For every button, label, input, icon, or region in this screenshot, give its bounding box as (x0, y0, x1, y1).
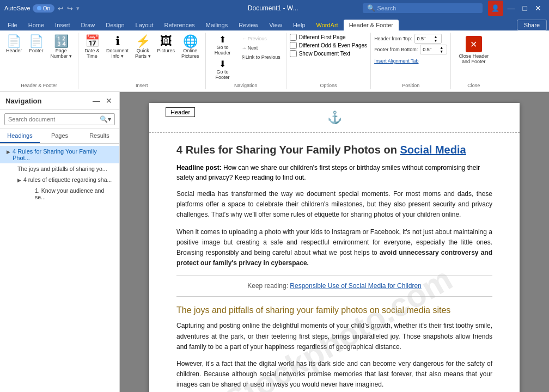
close-header-footer-button[interactable]: ✕ Close Headerand Footer (454, 34, 493, 66)
tab-help[interactable]: Help (288, 20, 311, 30)
footer-label: Footer (29, 48, 44, 53)
ribbon-group-options: Different First Page Different Odd & Eve… (286, 33, 371, 89)
date-time-button[interactable]: 📅 Date &Time (82, 34, 102, 60)
tab-review[interactable]: Review (233, 20, 264, 30)
close-button[interactable]: ✕ (532, 4, 545, 13)
diff-odd-even-label: Different Odd & Even Pages (299, 42, 367, 48)
autosave-toggle[interactable]: On (33, 4, 54, 13)
keep-reading-prefix: Keep reading: (247, 282, 290, 290)
nav-collapse-button[interactable]: — (91, 96, 102, 105)
undo-icon[interactable]: ↩ (58, 4, 64, 13)
doc-info-button[interactable]: ℹ DocumentInfo ▾ (103, 34, 131, 60)
autosave-label: AutoSave (4, 5, 30, 11)
options-checkboxes: Different First Page Different Odd & Eve… (290, 34, 367, 57)
online-pictures-button[interactable]: 🌐 OnlinePictures (179, 34, 202, 60)
diff-first-page-checkbox[interactable] (290, 34, 297, 41)
diff-first-page-option[interactable]: Different First Page (290, 34, 367, 41)
diff-odd-even-checkbox[interactable] (290, 42, 297, 49)
nav-tree-item-1[interactable]: The joys and pitfalls of sharing yo... (11, 163, 119, 174)
doc-divider-2 (176, 296, 492, 297)
ribbon-tabs: File Home Insert Draw Design Layout Refe… (0, 16, 549, 30)
headline-text: How can we share our children's first st… (176, 164, 480, 181)
tab-view[interactable]: View (264, 20, 288, 30)
insert-alignment-tab-link[interactable]: Insert Alignment Tab (374, 58, 418, 64)
title-search-box[interactable]: 🔍 (363, 3, 483, 13)
document-area[interactable]: iStockphoto.com Header ⚓ 4 Rules for Sha… (120, 92, 549, 392)
nav-close-button[interactable]: ✕ (104, 96, 114, 105)
tab-layout[interactable]: Layout (130, 20, 159, 30)
para2-bold: avoid unnecessary controversy and protec… (176, 249, 492, 267)
link-to-previous-button[interactable]: ⎘ Link to Previous (240, 53, 283, 61)
nav-tab-headings[interactable]: Headings (0, 129, 40, 143)
keep-reading: Keep reading: Responsible Use of Social … (176, 282, 492, 290)
document-para-4: However, it's a fact that the digital wo… (176, 359, 492, 390)
ribbon-group-close: ✕ Close Headerand Footer Close (451, 33, 496, 89)
maximize-button[interactable]: □ (520, 4, 530, 13)
navigation-items: ⬆ Go toHeader ⬇ Go toFooter ← Previous →… (209, 34, 283, 82)
profile-icon[interactable]: 👤 (488, 1, 503, 16)
headline-prefix: Headline post: (176, 164, 222, 171)
ribbon-group-header-footer: 📄 Header 📄 Footer 🔢 PageNumber ▾ Header … (0, 33, 78, 89)
nav-search-icon[interactable]: 🔍▾ (100, 115, 111, 123)
header-from-top-spinner[interactable]: ▲ ▼ (433, 35, 439, 42)
next-button[interactable]: → Next (240, 44, 283, 52)
tab-mailings[interactable]: Mailings (200, 20, 233, 30)
page-content: 4 Rules for Sharing Your Family Photos o… (149, 133, 520, 392)
header-button[interactable]: 📄 Header (3, 34, 25, 55)
anchor-icon: ⚓ (327, 111, 342, 125)
search-input[interactable] (377, 5, 465, 11)
redo-icon[interactable]: ↪ (67, 4, 73, 13)
nav-tab-results[interactable]: Results (80, 129, 119, 143)
position-controls: Header from Top: 0.5" ▲ ▼ Footer from Bo… (374, 34, 447, 64)
footer-from-bottom-value: 0.5" (423, 47, 431, 52)
show-doc-text-checkbox[interactable] (290, 50, 297, 57)
footer-bottom-up[interactable]: ▲ (438, 46, 444, 50)
footer-button[interactable]: 📄 Footer (26, 34, 47, 55)
quick-parts-icon: ⚡ (136, 35, 150, 47)
header-label: Header (6, 48, 22, 53)
quick-parts-button[interactable]: ⚡ QuickParts ▾ (132, 34, 154, 60)
go-to-header-button[interactable]: ⬆ Go toHeader (209, 34, 236, 57)
tree-triangle-0: ▶ (7, 149, 10, 155)
footer-from-bottom-input[interactable]: 0.5" ▲ ▼ (420, 45, 447, 54)
minimize-button[interactable]: — (504, 4, 518, 13)
nav-search-box: 🔍▾ (4, 113, 115, 125)
quick-parts-label: QuickParts ▾ (135, 48, 151, 59)
show-doc-text-option[interactable]: Show Document Text (290, 50, 367, 57)
tab-home[interactable]: Home (23, 20, 50, 30)
tab-design[interactable]: Design (100, 20, 130, 30)
nav-tree-item-0[interactable]: ▶ 4 Rules for Sharing Your Family Phot..… (0, 146, 119, 163)
section-title: The joys and pitfalls of sharing your fa… (176, 305, 492, 315)
tab-file[interactable]: File (2, 20, 23, 30)
document-page: iStockphoto.com Header ⚓ 4 Rules for Sha… (149, 103, 520, 392)
tab-references[interactable]: References (159, 20, 200, 30)
tab-draw[interactable]: Draw (76, 20, 101, 30)
header-from-top-input[interactable]: 0.5" ▲ ▼ (414, 34, 442, 44)
nav-tree-item-2-1[interactable]: 1. Know your audience and se... (28, 185, 119, 203)
page-header: Header ⚓ (149, 103, 520, 133)
header-top-up[interactable]: ▲ (433, 35, 439, 39)
go-to-footer-button[interactable]: ⬇ Go toFooter (209, 58, 236, 82)
footer-from-bottom-spinner[interactable]: ▲ ▼ (438, 46, 444, 53)
show-doc-text-label: Show Document Text (299, 51, 350, 57)
page-number-button[interactable]: 🔢 PageNumber ▾ (48, 34, 75, 60)
tab-header-footer[interactable]: Header & Footer (344, 20, 399, 30)
previous-button[interactable]: ← Previous (240, 35, 283, 42)
share-button[interactable]: Share (517, 20, 547, 30)
keep-reading-link[interactable]: Responsible Use of Social Media for Chil… (290, 282, 421, 290)
nav-tab-pages[interactable]: Pages (40, 129, 80, 143)
nav-tree-item-2[interactable]: ▶ 4 rules of etiquette regarding sha... (11, 174, 119, 185)
tab-insert[interactable]: Insert (50, 20, 76, 30)
header-from-top-label: Header from Top: (374, 36, 412, 41)
header-top-down[interactable]: ▼ (433, 39, 439, 42)
diff-odd-even-option[interactable]: Different Odd & Even Pages (290, 42, 367, 49)
footer-bottom-down[interactable]: ▼ (438, 50, 444, 53)
close-header-footer-label: Close Headerand Footer (459, 53, 489, 64)
nav-search-input[interactable] (8, 116, 97, 122)
nav-tree-sub-0: The joys and pitfalls of sharing yo... ▶… (0, 163, 119, 203)
pictures-button[interactable]: 🖼 Pictures (155, 34, 178, 55)
customize-qat-icon[interactable]: ▾ (76, 5, 80, 12)
document-title-link[interactable]: Social Media (400, 144, 466, 156)
tab-wordart[interactable]: WordArt (311, 20, 344, 30)
header-from-top-row: Header from Top: 0.5" ▲ ▼ (374, 34, 447, 44)
